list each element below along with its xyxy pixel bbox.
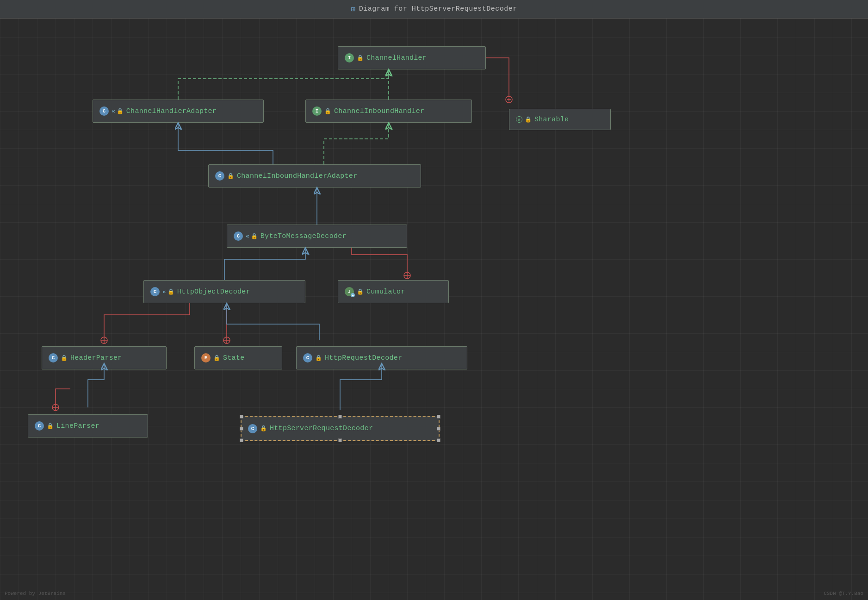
node-channelInboundHandler[interactable]: I 🔒 ChannelInboundHandler (305, 100, 472, 123)
type-icon-C: C (49, 353, 58, 362)
watermark-text: Powered by JetBrains (5, 591, 66, 596)
bracket-icon: « (246, 233, 249, 240)
node-lineParser[interactable]: C 🔒 LineParser (28, 414, 148, 438)
diagram-icon: ⊞ (351, 5, 355, 14)
node-label: HeaderParser (70, 354, 122, 362)
node-label: HttpObjectDecoder (177, 288, 250, 296)
csdn-text: CSDN @T.Y.Bao (824, 591, 863, 596)
svg-point-3 (506, 96, 512, 103)
type-icon-C: C (150, 287, 160, 296)
resize-handle-ml[interactable] (240, 427, 243, 431)
lock-icon: 🔒 (357, 288, 364, 295)
node-label: ChannelHandlerAdapter (126, 107, 217, 115)
lock-icon: 🔒 (525, 116, 532, 123)
node-label: Sharable (534, 116, 569, 124)
type-icon-I: I (345, 53, 354, 62)
resize-handle-bl[interactable] (240, 438, 243, 442)
type-icon-I: I (312, 106, 322, 116)
resize-handle-mr[interactable] (437, 427, 440, 431)
resize-handle-bm[interactable] (338, 438, 342, 442)
title-bar: ⊞ Diagram for HttpServerRequestDecoder (0, 0, 868, 19)
node-byteToMessageDecoder[interactable]: C « 🔒 ByteToMessageDecoder (227, 225, 407, 248)
node-label: HttpRequestDecoder (325, 354, 402, 362)
resize-handle-br[interactable] (437, 438, 440, 442)
type-icon-C: C (234, 231, 243, 241)
resize-handle-tl[interactable] (240, 415, 243, 419)
lock-icon: 🔒 (251, 233, 258, 240)
svg-point-9 (101, 337, 107, 344)
lock-icon: 🔒 (315, 355, 322, 362)
type-icon-C: C (215, 171, 224, 181)
diagram-area[interactable]: ChannelHandler (dashed green hollow arro… (0, 19, 868, 600)
lock-icon: 🔒 (324, 108, 331, 115)
type-icon-C: C (35, 421, 44, 431)
title-text: Diagram for HttpServerRequestDecoder (359, 5, 517, 13)
resize-handle-tr[interactable] (437, 415, 440, 419)
node-label: State (223, 354, 245, 362)
type-icon-E: E (201, 353, 211, 362)
node-label: LineParser (56, 422, 99, 430)
svg-point-12 (223, 337, 230, 344)
lock-icon: 🔒 (61, 355, 68, 362)
svg-point-6 (404, 272, 410, 279)
node-channelHandler[interactable]: I 🔒 ChannelHandler (338, 46, 486, 69)
lock-icon: 🔒 (357, 55, 364, 62)
node-label: Cumulator (366, 288, 405, 296)
resize-handle-tm[interactable] (338, 415, 342, 419)
node-channelInboundHandlerAdapter[interactable]: C 🔒 ChannelInboundHandlerAdapter (208, 164, 421, 188)
lock-icon: 🔒 (167, 288, 174, 295)
type-icon-I: I ◆ (345, 287, 354, 296)
bracket-icon: « (112, 108, 115, 115)
type-icon-C: C (303, 353, 312, 362)
lock-icon: 🔒 (117, 108, 124, 115)
annot-icon: @ (516, 116, 522, 123)
lock-icon: 🔒 (213, 355, 220, 362)
node-label: ChannelInboundHandlerAdapter (237, 172, 357, 180)
svg-point-15 (52, 404, 59, 411)
lock-icon: 🔒 (260, 425, 267, 432)
bracket-icon: « (162, 288, 166, 295)
node-label: ChannelHandler (366, 54, 427, 62)
node-httpObjectDecoder[interactable]: C « 🔒 HttpObjectDecoder (143, 280, 305, 303)
type-icon-C: C (248, 424, 257, 433)
lock-icon: 🔒 (47, 423, 54, 430)
node-channelHandlerAdapter[interactable]: C « 🔒 ChannelHandlerAdapter (93, 100, 264, 123)
node-cumulator[interactable]: I ◆ 🔒 Cumulator (338, 280, 449, 303)
node-httpRequestDecoder[interactable]: C 🔒 HttpRequestDecoder (296, 346, 467, 369)
node-headerParser[interactable]: C 🔒 HeaderParser (42, 346, 167, 369)
node-label: ChannelInboundHandler (334, 107, 424, 115)
lock-icon: 🔒 (227, 173, 234, 180)
node-httpServerRequestDecoder[interactable]: C 🔒 HttpServerRequestDecoder (241, 416, 440, 441)
node-state[interactable]: E 🔒 State (194, 346, 282, 369)
node-label: HttpServerRequestDecoder (270, 425, 373, 432)
type-icon-C: C (99, 106, 109, 116)
node-label: ByteToMessageDecoder (260, 232, 347, 240)
node-sharable[interactable]: @ 🔒 Sharable (509, 109, 611, 130)
